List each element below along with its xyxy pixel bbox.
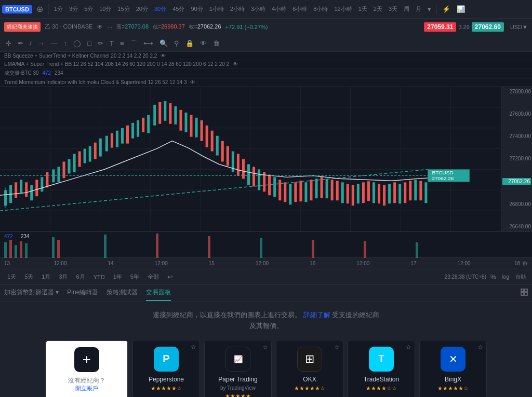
add-broker-card[interactable]: + 沒有經紀商？ 開立帳戶	[45, 340, 128, 397]
paper-trading-card[interactable]: ☆ 📈 Paper Trading by TradingView ★★★★★	[204, 340, 272, 397]
learn-more-link[interactable]: 詳細了解	[303, 311, 330, 319]
log-btn[interactable]: log	[500, 273, 511, 281]
svg-rect-67	[268, 174, 271, 195]
measure-tool[interactable]: ⟷	[141, 38, 156, 49]
svg-rect-52	[190, 115, 193, 137]
tradestation-fav[interactable]: ☆	[406, 344, 411, 351]
tf-2h[interactable]: 2小時	[228, 4, 247, 14]
visible-tool[interactable]: 👁	[197, 38, 209, 49]
tf-90m[interactable]: 90分	[189, 4, 205, 14]
tf-30m[interactable]: 30分	[152, 4, 168, 14]
tf-1d[interactable]: 1天	[356, 4, 369, 14]
tf-w[interactable]: 周	[402, 4, 411, 14]
range-5d[interactable]: 5天	[21, 272, 36, 282]
lock-tool[interactable]: 🔒	[183, 38, 196, 49]
crosshair-tool[interactable]: ✒	[15, 38, 26, 49]
pepperstone-fav[interactable]: ☆	[191, 344, 196, 351]
tf-12h[interactable]: 12小時	[332, 4, 354, 14]
chart-type-button[interactable]: 📊	[455, 4, 467, 14]
tab-pine-editor[interactable]: Pine編輯器	[67, 285, 98, 301]
expand-panel-button[interactable]	[521, 289, 528, 297]
svg-rect-115	[416, 242, 418, 258]
range-1m[interactable]: 1月	[38, 272, 54, 282]
time-1200-1: 12:00	[32, 261, 88, 266]
arrow-tool[interactable]: ↑	[61, 38, 70, 49]
tf-45m[interactable]: 45分	[170, 4, 187, 14]
okx-card[interactable]: ☆ ⊞ OKX ★★★★★☆	[276, 340, 343, 397]
bingx-card[interactable]: ☆ ✕ BingX ★★★★★☆	[419, 340, 487, 397]
cursor-tool[interactable]: ✛	[3, 38, 14, 49]
range-all[interactable]: 全部	[144, 272, 162, 282]
tf-1m[interactable]: 1分	[52, 4, 65, 14]
text-tool[interactable]: T	[107, 38, 116, 49]
tf-3h[interactable]: 3小時	[249, 4, 268, 14]
ema-eye-icon[interactable]: 👁	[233, 61, 238, 67]
hline-tool[interactable]: —	[48, 38, 60, 49]
line-tool[interactable]: /	[27, 38, 34, 49]
tf-m[interactable]: 月	[414, 4, 423, 14]
bingx-fav[interactable]: ☆	[477, 344, 483, 351]
okx-fav[interactable]: ☆	[334, 344, 340, 351]
more-symbol-options[interactable]: ···	[107, 23, 112, 31]
chart-area[interactable]: BTCUSD 27062.26 27800.00 27600.00 27400.…	[0, 87, 532, 232]
auto-btn[interactable]: 自動	[513, 272, 528, 282]
circle-tool[interactable]: ◯	[71, 38, 84, 49]
bid-price[interactable]: 27059.31	[424, 22, 456, 32]
price-toolbar: 經紀商未連接 乙·30 · COINBASE 👁 ··· 高=27073.08 …	[0, 19, 532, 35]
tf-5m[interactable]: 5分	[82, 4, 95, 14]
range-3m[interactable]: 3月	[56, 272, 71, 282]
tf-20m[interactable]: 20分	[134, 4, 150, 14]
fib-tool[interactable]: ⌒	[128, 37, 140, 50]
svg-text:BTCUSD: BTCUSD	[432, 170, 453, 175]
tf-1h[interactable]: 1小時	[207, 4, 226, 14]
range-1d[interactable]: 1天	[4, 272, 19, 282]
panel-tabs: 加密貨幣對篩選器 ▾ Pine編輯器 策略測試器 交易面板	[0, 285, 532, 302]
okx-name: OKX	[303, 376, 316, 383]
rect-tool[interactable]: □	[85, 38, 94, 49]
ray-tool[interactable]: →	[35, 38, 47, 49]
pepperstone-card[interactable]: ☆ P Pepperstone ★★★★★☆	[132, 340, 200, 397]
time-1200-5: 12:00	[436, 261, 492, 266]
chart-canvas[interactable]: BTCUSD 27062.26	[0, 87, 501, 231]
more-timeframes-button[interactable]: ▾	[425, 4, 433, 14]
pencil-tool[interactable]: ✏	[95, 38, 106, 49]
eye-icon[interactable]: 👁	[97, 23, 103, 31]
separator	[48, 4, 49, 15]
magnet-tool[interactable]: ⚲	[171, 38, 182, 49]
tab-crypto-screener[interactable]: 加密貨幣對篩選器 ▾	[4, 285, 59, 301]
svg-rect-55	[206, 126, 208, 147]
tf-15m[interactable]: 15分	[115, 4, 131, 14]
symbol-badge[interactable]: BTCUSD	[2, 5, 32, 13]
range-ytd[interactable]: YTD	[90, 273, 108, 281]
delete-tool[interactable]: 🗑	[210, 38, 222, 49]
currency-selector[interactable]: USD▼	[510, 24, 528, 30]
indicators-button[interactable]: ⚡	[440, 4, 453, 14]
svg-rect-82	[347, 184, 349, 203]
range-1y[interactable]: 1年	[110, 272, 125, 282]
add-symbol-button[interactable]: ⊕	[34, 4, 45, 14]
tf-3m[interactable]: 3分	[67, 4, 80, 14]
note-tool[interactable]: ≡	[117, 38, 127, 49]
tf-6h[interactable]: 6小時	[290, 4, 309, 14]
replay-icon[interactable]: ↩	[164, 272, 176, 282]
tf-8h[interactable]: 8小時	[311, 4, 330, 14]
bb-eye-icon[interactable]: 👁	[161, 53, 166, 59]
trend-eye-icon[interactable]: 👁	[190, 79, 195, 85]
tab-strategy-tester[interactable]: 策略測試器	[107, 285, 138, 301]
svg-rect-30	[73, 154, 76, 172]
ask-price[interactable]: 27062.60	[472, 22, 504, 32]
tradestation-card[interactable]: ☆ T TradeStation ★★★★☆☆	[348, 340, 415, 397]
zoom-tool[interactable]: 🔍	[157, 38, 170, 49]
paper-trading-fav[interactable]: ☆	[262, 344, 268, 351]
range-5y[interactable]: 5年	[127, 272, 142, 282]
range-6m[interactable]: 6月	[73, 272, 88, 282]
tf-2d[interactable]: 2天	[371, 4, 384, 14]
tf-10m[interactable]: 10分	[97, 4, 113, 14]
tab-trading-panel[interactable]: 交易面板	[146, 285, 171, 301]
tf-4h[interactable]: 4小時	[270, 4, 288, 14]
tf-3d[interactable]: 3天	[387, 4, 400, 14]
open-account-link[interactable]: 開立帳戶	[75, 385, 98, 392]
percent-btn[interactable]: %	[490, 273, 496, 281]
time-settings-icon[interactable]: ⚙	[522, 260, 528, 267]
okx-icon: ⊞	[297, 347, 322, 372]
